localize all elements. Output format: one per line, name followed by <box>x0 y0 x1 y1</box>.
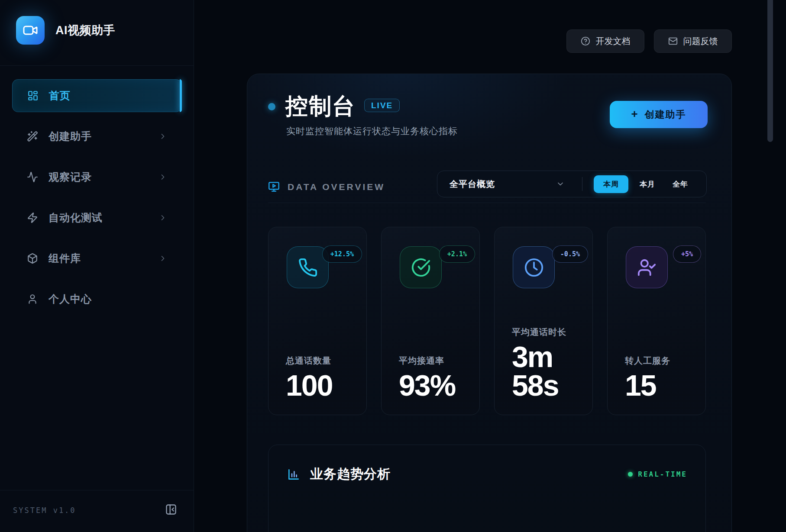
chevron-right-icon <box>158 173 167 181</box>
sidebar-nav: 首页 创建助手 <box>12 79 182 323</box>
stat-card-avg-duration: -0.5% 平均通话时长 3m 58s <box>494 227 593 415</box>
sidebar-divider <box>0 65 194 66</box>
sidebar-item-label: 首页 <box>49 89 167 103</box>
sidebar-item-label: 个人中心 <box>49 292 167 306</box>
tab-week[interactable]: 本周 <box>594 175 628 193</box>
sidebar-item-label: 自动化测试 <box>49 211 158 225</box>
stat-card-human-transfer: +5% 转人工服务 15 <box>607 227 706 415</box>
stat-label: 平均通话时长 <box>512 326 585 338</box>
chevron-right-icon <box>158 254 167 263</box>
realtime-label: REAL-TIME <box>638 470 687 478</box>
sidebar-item-component-library[interactable]: 组件库 <box>12 242 182 275</box>
sidebar-footer: SYSTEM v1.0 <box>0 490 194 532</box>
check-circle-icon <box>400 246 442 288</box>
realtime-dot <box>628 472 633 477</box>
stat-text-block: 总通话数量 100 <box>286 355 359 400</box>
stat-card-answer-rate: +2.1% 平均接通率 93% <box>381 227 480 415</box>
stat-label: 总通话数量 <box>286 355 359 367</box>
sidebar-item-label: 创建助手 <box>49 129 158 143</box>
sidebar-item-label: 组件库 <box>49 251 158 265</box>
controls-divider <box>582 177 582 191</box>
sidebar-item-observation-records[interactable]: 观察记录 <box>12 161 182 193</box>
cube-box-icon <box>27 253 38 264</box>
section-divider <box>268 203 706 203</box>
panel-collapse-icon <box>165 503 177 516</box>
magic-wand-icon <box>27 131 38 142</box>
user-icon <box>27 293 38 305</box>
console-panel: 控制台 LIVE 实时监控智能体运行状态与业务核心指标 + 创建助手 DATA … <box>247 74 732 532</box>
chevron-down-icon[interactable] <box>556 180 565 188</box>
stat-value: 3m 58s <box>512 342 585 400</box>
feedback-button[interactable]: 问题反馈 <box>654 29 732 53</box>
change-badge: +5% <box>673 245 701 263</box>
feedback-button-label: 问题反馈 <box>683 35 718 47</box>
clock-icon <box>513 246 555 288</box>
platform-select[interactable]: 全平台概览 <box>450 178 495 190</box>
create-assistant-button[interactable]: + 创建助手 <box>610 101 708 128</box>
video-camera-icon <box>16 16 45 45</box>
app-title: AI视频助手 <box>55 23 115 38</box>
overview-controls: 全平台概览 本周 本月 全年 <box>437 171 707 197</box>
system-version: SYSTEM v1.0 <box>13 506 76 515</box>
dashboard-grid-icon <box>27 90 39 101</box>
tab-year[interactable]: 全年 <box>666 175 694 193</box>
docs-button[interactable]: 开发文档 <box>566 29 644 53</box>
live-badge: LIVE <box>364 99 400 112</box>
activity-pulse-icon <box>27 171 38 183</box>
sidebar-item-profile[interactable]: 个人中心 <box>12 283 182 316</box>
sidebar-item-label: 观察记录 <box>49 170 158 184</box>
bar-chart-icon <box>287 468 301 481</box>
status-dot <box>268 103 275 110</box>
stat-text-block: 平均通话时长 3m 58s <box>512 326 585 400</box>
tab-month[interactable]: 本月 <box>634 175 661 193</box>
change-badge: -0.5% <box>552 245 588 263</box>
chevron-right-icon <box>158 132 167 141</box>
page-title: 控制台 <box>285 91 356 122</box>
scrollbar-thumb[interactable] <box>767 0 773 142</box>
collapse-sidebar-button[interactable] <box>165 503 177 516</box>
stat-label: 平均接通率 <box>399 355 472 367</box>
stat-value: 100 <box>286 371 359 400</box>
monitor-play-icon <box>268 181 280 193</box>
help-circle-icon <box>581 36 590 46</box>
docs-button-label: 开发文档 <box>596 35 631 47</box>
trend-header: 业务趋势分析 REAL-TIME <box>287 465 687 483</box>
realtime-indicator: REAL-TIME <box>628 470 687 478</box>
create-assistant-label: 创建助手 <box>645 108 686 121</box>
stats-row: +12.5% 总通话数量 100 +2.1% 平均接通率 93% <box>268 227 706 415</box>
app-root: AI视频助手 首页 创建助手 <box>0 0 786 532</box>
brand: AI视频助手 <box>16 16 115 45</box>
page-subtitle: 实时监控智能体运行状态与业务核心指标 <box>286 125 458 137</box>
user-check-icon <box>626 246 668 288</box>
chevron-right-icon <box>158 213 167 222</box>
change-badge: +12.5% <box>322 245 362 263</box>
sidebar-item-home[interactable]: 首页 <box>12 79 182 112</box>
lightning-bolt-icon <box>27 212 38 223</box>
mail-icon <box>668 36 678 46</box>
sidebar: AI视频助手 首页 创建助手 <box>0 0 194 532</box>
stat-value: 15 <box>625 371 699 400</box>
sidebar-item-automated-testing[interactable]: 自动化测试 <box>12 201 182 234</box>
stat-text-block: 平均接通率 93% <box>399 355 472 400</box>
trend-analysis-card: 业务趋势分析 REAL-TIME <box>268 445 706 532</box>
sidebar-item-create-assistant[interactable]: 创建助手 <box>12 120 182 153</box>
stat-value: 93% <box>399 371 472 400</box>
change-badge: +2.1% <box>439 245 475 263</box>
stat-text-block: 转人工服务 15 <box>625 355 699 400</box>
stat-card-total-calls: +12.5% 总通话数量 100 <box>268 227 367 415</box>
data-overview-label: DATA OVERVIEW <box>288 182 385 192</box>
stat-label: 转人工服务 <box>625 355 699 367</box>
data-overview-heading: DATA OVERVIEW <box>268 181 385 193</box>
trend-title: 业务趋势分析 <box>310 465 391 483</box>
plus-icon: + <box>631 107 638 121</box>
